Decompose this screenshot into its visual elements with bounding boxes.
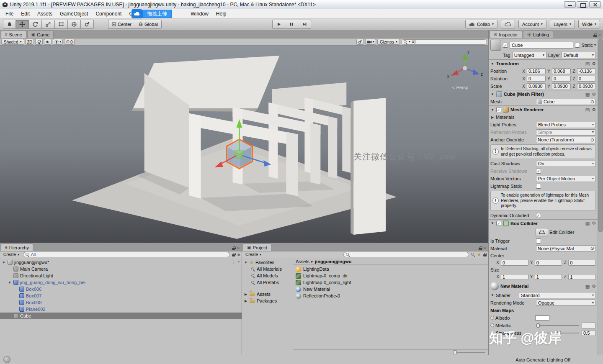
gear-icon[interactable]: ⚙ (592, 220, 596, 226)
help-icon[interactable]: ▤ (585, 92, 590, 97)
menu-gameobject[interactable]: GameObject (56, 9, 92, 18)
center-x-field[interactable]: 0 (501, 260, 528, 266)
favorite-all-models[interactable]: All Models (242, 272, 293, 279)
gear-icon[interactable]: ⚙ (592, 107, 596, 113)
search-by-type-icon[interactable] (471, 253, 475, 256)
lock-icon[interactable] (232, 253, 235, 256)
motion-vectors-dropdown[interactable]: Per Object Motion▾ (536, 176, 596, 182)
tab-game[interactable]: ▣Game (27, 31, 54, 38)
camera-settings-dropdown[interactable]: ▾ (365, 39, 376, 45)
console-status-icon[interactable] (3, 356, 10, 363)
folder-packages[interactable]: ▶ Packages (242, 297, 293, 304)
tab-lighting[interactable]: Lighting (523, 31, 554, 38)
foldout-icon[interactable]: ▼ (490, 62, 495, 66)
help-icon[interactable]: ▤ (585, 107, 590, 113)
lock-icon[interactable] (232, 246, 235, 250)
static-checkbox[interactable] (575, 43, 580, 48)
hierarchy-item-scene[interactable]: ▼ jingguangjingwu* ⋮≡ (0, 259, 242, 266)
menu-help[interactable]: Help (212, 9, 230, 18)
menu-icon[interactable]: ≡ (237, 260, 240, 264)
hierarchy-item-directional-light[interactable]: Directional Light (0, 272, 242, 279)
shader-dropdown[interactable]: Standard▾ (519, 292, 596, 298)
panel-menu-icon[interactable]: ≡ (237, 253, 240, 257)
foldout-icon[interactable]: ▼ (490, 293, 495, 297)
is-trigger-checkbox[interactable] (536, 238, 541, 244)
anchor-override-field[interactable]: None (Transform)⊙ (536, 137, 596, 143)
move-tool-button[interactable] (16, 20, 29, 29)
project-search-input[interactable] (343, 252, 469, 257)
file-lightmap-light[interactable]: Lightmap-0_comp_light (293, 279, 488, 286)
rotation-y-field[interactable]: 0 (552, 76, 571, 82)
hidden-objects-toggle[interactable]: ∅0 (64, 39, 74, 45)
menu-assets[interactable]: Assets (34, 9, 56, 18)
smoothness-slider-thumb[interactable] (557, 331, 561, 335)
texture-picker-icon[interactable] (490, 316, 494, 320)
inspector-scrollbar[interactable] (598, 38, 603, 355)
size-y-field[interactable]: 1 (535, 274, 562, 280)
reflection-probes-dropdown[interactable]: Simple▾ (536, 129, 596, 136)
foldout-icon[interactable]: ▼ (490, 108, 495, 112)
help-icon[interactable]: ▤ (585, 220, 590, 226)
cloud-services-button[interactable] (501, 20, 515, 28)
physic-material-field[interactable]: None (Physic Mat⊙ (536, 245, 596, 251)
thumbnail-zoom-slider[interactable] (453, 352, 485, 353)
hierarchy-item-box006[interactable]: Box006 (0, 286, 242, 292)
upload-overlay-label[interactable]: 拖拽上传 (142, 10, 172, 18)
scale-x-field[interactable]: 0.0930 (527, 83, 546, 89)
scale-tool-button[interactable] (42, 20, 55, 29)
mesh-renderer-enabled-checkbox[interactable]: ✓ (496, 107, 501, 112)
rotate-tool-button[interactable] (29, 20, 42, 29)
mesh-object-field[interactable]: Cube⊙ (536, 99, 596, 105)
position-z-field[interactable]: -0.136 (577, 68, 596, 74)
hierarchy-item-box007[interactable]: Box007 (0, 292, 242, 299)
lock-icon[interactable] (593, 33, 597, 37)
scale-y-field[interactable]: 0.0930 (552, 83, 571, 89)
hierarchy-item-prefab-root[interactable]: ▼ jing_guang_dong_wu_hong_bei (0, 279, 242, 286)
mesh-filter-header[interactable]: ▼ Cube (Mesh Filter) ▤⚙ (489, 90, 598, 98)
metallic-slider-thumb[interactable] (536, 323, 540, 328)
hand-tool-button[interactable] (3, 20, 16, 29)
tag-dropdown[interactable]: Untagged▾ (512, 52, 546, 58)
gear-icon[interactable]: ⚙ (592, 61, 596, 67)
rotation-x-field[interactable]: 0 (527, 76, 546, 82)
pause-button[interactable] (285, 20, 298, 29)
layer-dropdown[interactable]: Default▾ (562, 52, 596, 58)
object-picker-icon[interactable]: ⊙ (590, 246, 594, 251)
auto-generate-lighting-toggle[interactable]: Auto Generate Lighting Off (515, 357, 600, 362)
scene-search-input[interactable]: ▾All (401, 39, 487, 45)
2d-toggle[interactable]: 2D (26, 39, 34, 45)
collab-dropdown[interactable]: Collab▾ (465, 20, 497, 28)
metallic-value-field[interactable] (582, 323, 596, 328)
light-probes-dropdown[interactable]: Blend Probes▾ (536, 122, 596, 128)
hierarchy-item-plane002[interactable]: Plane002 (0, 306, 242, 313)
close-button[interactable] (589, 1, 601, 8)
scene-audio-toggle[interactable] (44, 39, 52, 45)
size-x-field[interactable]: 1 (501, 274, 528, 280)
space-toggle-button[interactable]: Global (135, 20, 162, 29)
smoothness-value-field[interactable]: 0.5 (582, 330, 596, 336)
material-header[interactable]: New Material ▤⚙ (489, 281, 598, 292)
materials-foldout-row[interactable]: ▶ Materials (489, 113, 598, 121)
edit-collider-button[interactable] (536, 228, 548, 236)
transform-header[interactable]: ▼ Transform ▤⚙ (489, 59, 598, 67)
rotation-z-field[interactable]: 0 (577, 76, 596, 82)
help-icon[interactable]: ▤ (585, 284, 590, 289)
maximize-button[interactable] (577, 1, 588, 8)
panel-menu-icon[interactable]: ≡ (484, 246, 486, 250)
minimize-button[interactable] (564, 1, 576, 8)
shading-mode-dropdown[interactable]: Shaded▾ (1, 39, 24, 45)
hierarchy-item-cube-selected[interactable]: Cube (0, 313, 242, 319)
gizmos-dropdown[interactable]: Gizmos▾ (377, 39, 400, 45)
foldout-icon[interactable]: ▼ (244, 261, 248, 264)
albedo-color-swatch[interactable] (535, 315, 549, 320)
tab-hierarchy[interactable]: ≡Hierarchy (1, 244, 33, 251)
step-button[interactable] (298, 20, 311, 29)
rendering-mode-dropdown[interactable]: Opaque▾ (536, 300, 596, 306)
file-lightingdata[interactable]: LightingData (293, 266, 488, 272)
lock-icon[interactable] (483, 253, 487, 256)
foldout-icon[interactable]: ▼ (490, 92, 495, 96)
foldout-icon[interactable]: ▼ (8, 281, 12, 285)
gear-icon[interactable]: ⚙ (592, 92, 596, 97)
dynamic-occluded-checkbox[interactable]: ✓ (536, 213, 541, 218)
foldout-icon[interactable]: ▶ (244, 292, 248, 296)
